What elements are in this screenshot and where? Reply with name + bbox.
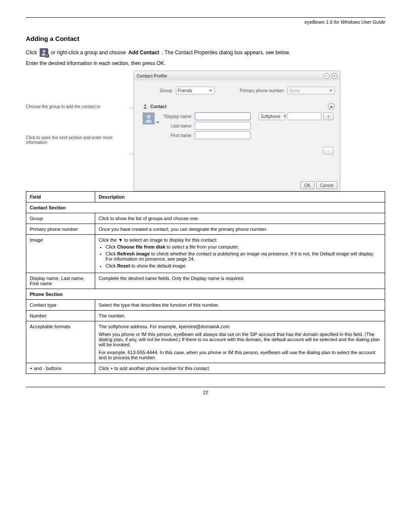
field-contact-type: Contact type: [26, 300, 95, 311]
first-name-input[interactable]: [195, 131, 251, 139]
contact-header-text: Contact: [150, 104, 166, 109]
svg-point-3: [144, 105, 146, 107]
desc-format: The softphone address. For example, kper…: [95, 321, 385, 363]
contact-section-header: Contact: [143, 103, 335, 110]
table-row: Image Click the ▼ to select an image to …: [26, 235, 385, 273]
last-name-input[interactable]: [195, 122, 251, 130]
table-header-field: Field: [26, 192, 95, 202]
step-1-text-a: Click: [26, 50, 37, 56]
avatar: [143, 112, 155, 124]
svg-point-0: [43, 50, 45, 53]
chevron-down-icon: [209, 90, 212, 92]
last-name-label: Last name:: [171, 124, 192, 128]
chevron-up-icon: [330, 106, 333, 108]
table-row: Primary phone number Once you have creat…: [26, 224, 385, 235]
primary-label: Primary phone number:: [240, 88, 285, 93]
table-row: Group Click to show the list of groups a…: [26, 213, 385, 224]
group-dropdown[interactable]: Friends: [176, 87, 215, 94]
step-1-text-b: or right-click a group and choose: [51, 50, 126, 56]
desc-contact-type: Select the type that describes the funct…: [95, 300, 385, 311]
header-rule: [26, 17, 385, 18]
field-number: Number: [26, 311, 95, 321]
sub-contact: Contact Section: [26, 202, 385, 213]
callout-group: Choose the group to add the contact to: [26, 104, 129, 109]
phone-type-value: Softphone: [261, 114, 280, 119]
first-name-label: First name:: [171, 133, 192, 138]
collapse-button[interactable]: [328, 103, 335, 110]
avatar-dropdown[interactable]: [156, 120, 160, 124]
cancel-button[interactable]: Cancel: [316, 181, 337, 189]
close-icon[interactable]: ×: [331, 73, 337, 79]
field-group: Group: [26, 213, 95, 224]
phone-number-input[interactable]: [287, 112, 321, 120]
add-contact-icon: +: [40, 48, 48, 57]
doc-title: eyeBeam 1.5 for Windows User Guide: [26, 19, 385, 25]
desc-display: Complete the desired name fields. Only t…: [95, 273, 385, 289]
group-label: Group:: [160, 88, 173, 93]
fields-table: Field Description Contact Section Group …: [26, 191, 385, 374]
person-icon: [143, 104, 148, 109]
dialog-title: Contact Profile: [137, 74, 167, 78]
step-1-bold: Add Contact: [128, 50, 159, 56]
table-row: Number The number.: [26, 311, 385, 321]
field-plusminus: + and - buttons: [26, 363, 95, 374]
step-2: Enter the desired information in each se…: [26, 60, 385, 66]
desc-group: Click to show the list of groups and cho…: [95, 213, 385, 224]
primary-phone-dropdown[interactable]: None: [287, 87, 335, 94]
chevron-down-icon: [283, 115, 286, 118]
table-row: Contact type Select the type that descri…: [26, 300, 385, 311]
table-row: Display name, Last name, First name Comp…: [26, 273, 385, 289]
table-row: Acceptable formats The softphone address…: [26, 321, 385, 363]
step-1: Click + or right-click a group and choos…: [26, 48, 385, 57]
field-primary: Primary phone number: [26, 224, 95, 235]
desc-number: The number.: [95, 311, 385, 321]
desc-primary: Once you have created a contact, you can…: [95, 224, 385, 235]
field-format: Acceptable formats: [26, 321, 95, 363]
svg-point-4: [147, 115, 150, 118]
phone-type-dropdown[interactable]: Softphone: [258, 112, 285, 120]
table-row: + and - buttons Click + to add another p…: [26, 363, 385, 374]
step-1-text-c: . The Contact Properties dialog box appe…: [162, 50, 290, 56]
desc-plusminus: Click + to add another phone number for …: [95, 363, 385, 374]
chevron-down-icon: [329, 90, 333, 92]
callout-section: Click to open the next section and enter…: [26, 135, 129, 145]
remove-phone-button[interactable]: -: [323, 147, 333, 155]
ok-button[interactable]: OK: [300, 181, 314, 189]
primary-value: None: [290, 88, 300, 93]
add-phone-button[interactable]: +: [323, 112, 333, 120]
field-image: Image: [26, 235, 95, 273]
desc-image: Click the ▼ to select an image to displa…: [95, 235, 385, 273]
dialog-titlebar: Contact Profile − ×: [134, 71, 340, 81]
table-header-desc: Description: [95, 192, 385, 202]
group-value: Friends: [178, 88, 192, 93]
display-name-label: *Display name:: [163, 114, 192, 119]
field-display: Display name, Last name, First name: [26, 273, 95, 289]
minimize-icon[interactable]: −: [324, 73, 330, 79]
dialog-screenshot: Choose the group to add the contact to C…: [134, 71, 340, 191]
display-name-input[interactable]: [195, 112, 251, 120]
sub-phone: Phone Section: [26, 289, 385, 300]
section-heading: Adding a Contact: [26, 35, 385, 42]
page-footer: 22: [26, 387, 385, 395]
